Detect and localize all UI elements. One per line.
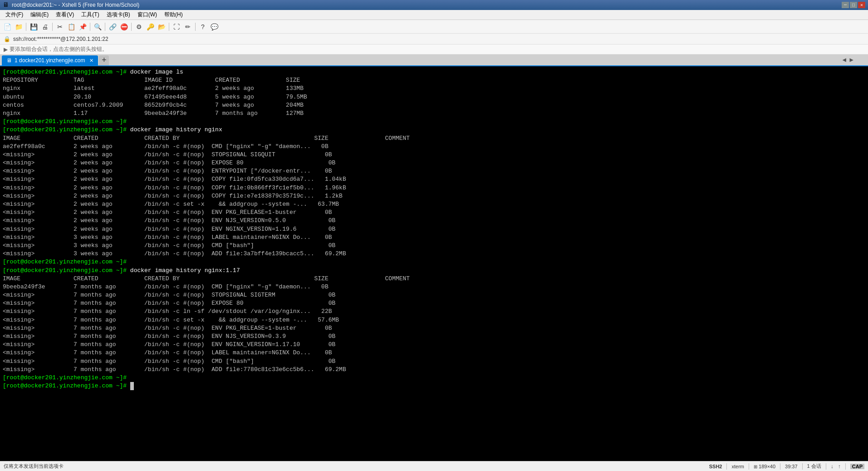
- quickbar-text: 要添加组合会话，点击左侧的箭头按钮。: [10, 45, 108, 53]
- toolbar-full[interactable]: ⛶: [171, 22, 182, 32]
- terminal-line-36: <missing> 7 months ago /bin/sh -c #(nop)…: [3, 357, 865, 366]
- toolbar-sep-4: [105, 23, 105, 31]
- quickbar: ▶ 要添加组合会话，点击左侧的箭头按钮。: [0, 45, 868, 55]
- terminal-line-2: REPOSITORY TAG IMAGE ID CREATED SIZE: [3, 76, 865, 84]
- address-text: ssh://root:***********@172.200.1.201:22: [13, 36, 108, 42]
- download-icon: ↓: [831, 463, 834, 470]
- status-sep-6: [845, 463, 846, 470]
- tab-scroll-left-icon[interactable]: ◀: [843, 56, 846, 64]
- terminal-line-21: <missing> 3 weeks ago /bin/sh -c #(nop) …: [3, 233, 865, 242]
- toolbar-key[interactable]: 🔑: [145, 22, 156, 32]
- toolbar-sep-1: [26, 23, 26, 31]
- titlebar-title: root@docker201:~ - Xshell 5 (Free for Ho…: [12, 2, 139, 8]
- terminal-line-16: <missing> 2 weeks ago /bin/sh -c #(nop) …: [3, 192, 865, 200]
- terminal-line-29: <missing> 7 months ago /bin/sh -c #(nop)…: [3, 299, 865, 307]
- terminal-line-14: <missing> 2 weeks ago /bin/sh -c #(nop) …: [3, 175, 865, 183]
- terminal-line-33: <missing> 7 months ago /bin/sh -c #(nop)…: [3, 332, 865, 341]
- menu-view[interactable]: 查看(V): [52, 10, 78, 20]
- terminal[interactable]: [root@docker201.yinzhengjie.com ~]# dock…: [0, 66, 868, 461]
- status-sep-5: [826, 463, 826, 470]
- terminal-line-12: <missing> 2 weeks ago /bin/sh -c #(nop) …: [3, 159, 865, 167]
- terminal-line-20: <missing> 2 weeks ago /bin/sh -c #(nop) …: [3, 225, 865, 233]
- toolbar-new[interactable]: 📄: [2, 22, 13, 32]
- status-sep-3: [780, 463, 780, 470]
- toolbar-copy[interactable]: 📋: [66, 22, 77, 32]
- new-tab-button[interactable]: +: [99, 55, 109, 65]
- terminal-line-1: [root@docker201.yinzhengjie.com ~]# dock…: [3, 68, 865, 76]
- terminal-line-18: <missing> 2 weeks ago /bin/sh -c #(nop) …: [3, 208, 865, 217]
- minimize-button[interactable]: ─: [842, 2, 849, 8]
- titlebar: 🖥 root@docker201:~ - Xshell 5 (Free for …: [0, 0, 868, 10]
- tab-icon: 🖥: [6, 57, 12, 64]
- toolbar-cut[interactable]: ✂: [54, 22, 65, 32]
- terminal-line-31: <missing> 7 months ago /bin/sh -c set -x…: [3, 316, 865, 324]
- dimensions-status: ⊞ 189×40: [754, 464, 775, 469]
- close-button[interactable]: ✕: [858, 2, 865, 8]
- toolbar-compose[interactable]: ✏: [182, 22, 193, 32]
- toolbar-sep-6: [169, 23, 169, 31]
- toolbar-chat[interactable]: 💬: [209, 22, 220, 32]
- status-sep-4: [802, 463, 803, 470]
- status-sep-1: [726, 463, 727, 470]
- menu-edit[interactable]: 编辑(E): [27, 10, 52, 20]
- menu-help[interactable]: 帮助(H): [161, 10, 186, 20]
- tabbar: 🖥 1 docker201.yinzhengjie.com ✕ + ◀ ▶: [0, 55, 868, 66]
- toolbar: 📄 📁 💾 🖨 ✂ 📋 📌 🔍 🔗 ⛔ ⚙ 🔑 📂 ⛶ ✏ ? 💬: [0, 20, 868, 34]
- terminal-line-38: [root@docker201.yinzhengjie.com ~]#: [3, 374, 865, 382]
- toolbar-disconnect[interactable]: ⛔: [118, 22, 129, 32]
- terminal-line-9: IMAGE CREATED CREATED BY SIZE COMMENT: [3, 134, 865, 143]
- toolbar-open[interactable]: 📁: [13, 22, 24, 32]
- terminal-line-17: <missing> 2 weeks ago /bin/sh -c set -x …: [3, 200, 865, 208]
- terminal-line-34: <missing> 7 months ago /bin/sh -c #(nop)…: [3, 341, 865, 349]
- terminal-line-10: ae2feff98a0c 2 weeks ago /bin/sh -c #(no…: [3, 143, 865, 151]
- menu-tabs[interactable]: 选项卡(B): [103, 10, 134, 20]
- terminal-line-22: <missing> 3 weeks ago /bin/sh -c #(nop) …: [3, 242, 865, 250]
- terminal-line-7: [root@docker201.yinzhengjie.com ~]#: [3, 118, 865, 126]
- toolbar-options[interactable]: ⚙: [133, 22, 144, 32]
- addressbar: 🔒 ssh://root:***********@172.200.1.201:2…: [0, 34, 868, 45]
- toolbar-sep-3: [90, 23, 90, 31]
- terminal-line-3: nginx latest ae2feff98a0c 2 weeks ago 13…: [3, 84, 865, 93]
- terminal-line-25: [root@docker201.yinzhengjie.com ~]# dock…: [3, 267, 865, 275]
- sessions-status: 1 会话: [807, 463, 821, 470]
- toolbar-sep-2: [52, 23, 53, 31]
- statusbar-right: SSH2 xterm ⊞ 189×40 39:37 1 会话 ↓ ↑ CAP: [709, 463, 864, 470]
- terminal-line-13: <missing> 2 weeks ago /bin/sh -c #(nop) …: [3, 167, 865, 175]
- terminal-line-6: nginx 1.17 9beeba249f3e 7 months ago 127…: [3, 109, 865, 118]
- toolbar-sep-5: [131, 23, 132, 31]
- statusbar-text: 仅将文本发送到当前选项卡: [4, 463, 64, 470]
- toolbar-print[interactable]: 🖨: [39, 22, 50, 32]
- terminal-line-32: <missing> 7 months ago /bin/sh -c #(nop)…: [3, 324, 865, 332]
- terminal-cursor-line: [root@docker201.yinzhengjie.com ~]#: [3, 382, 865, 390]
- terminal-line-35: <missing> 7 months ago /bin/sh -c #(nop)…: [3, 349, 865, 357]
- ssh-status: SSH2: [709, 464, 722, 469]
- upload-icon: ↑: [838, 463, 841, 470]
- tab-close-icon[interactable]: ✕: [89, 58, 93, 64]
- app-icon: 🖥: [3, 1, 9, 9]
- menu-file[interactable]: 文件(F): [2, 10, 27, 20]
- terminal-line-5: centos centos7.9.2009 8652b9f0cb4c 7 wee…: [3, 101, 865, 109]
- toolbar-search[interactable]: 🔍: [92, 22, 103, 32]
- terminal-line-27: 9beeba249f3e 7 months ago /bin/sh -c #(n…: [3, 283, 865, 291]
- terminal-line-23: <missing> 3 weeks ago /bin/sh -c #(nop) …: [3, 250, 865, 258]
- terminal-line-15: <missing> 2 weeks ago /bin/sh -c #(nop) …: [3, 184, 865, 192]
- menu-tools[interactable]: 工具(T): [78, 10, 103, 20]
- cap-indicator: CAP: [850, 464, 864, 469]
- toolbar-connect[interactable]: 🔗: [107, 22, 118, 32]
- terminal-line-8: [root@docker201.yinzhengjie.com ~]# dock…: [3, 126, 865, 134]
- status-sep-2: [749, 463, 749, 470]
- toolbar-sep-7: [195, 23, 196, 31]
- dimensions-icon: ⊞: [754, 464, 757, 469]
- toolbar-sftp[interactable]: 📂: [156, 22, 167, 32]
- terminal-tab[interactable]: 🖥 1 docker201.yinzhengjie.com ✕: [2, 55, 98, 65]
- terminal-line-28: <missing> 7 months ago /bin/sh -c #(nop)…: [3, 291, 865, 299]
- titlebar-left: 🖥 root@docker201:~ - Xshell 5 (Free for …: [3, 1, 139, 9]
- toolbar-paste[interactable]: 📌: [77, 22, 88, 32]
- maximize-button[interactable]: □: [850, 2, 857, 8]
- terminal-line-30: <missing> 7 months ago /bin/sh -c ln -sf…: [3, 307, 865, 316]
- menu-window[interactable]: 窗口(W): [134, 10, 161, 20]
- toolbar-save[interactable]: 💾: [28, 22, 39, 32]
- toolbar-help[interactable]: ?: [197, 22, 208, 32]
- tab-scroll-right-icon[interactable]: ▶: [850, 56, 853, 64]
- terminal-line-19: <missing> 2 weeks ago /bin/sh -c #(nop) …: [3, 217, 865, 225]
